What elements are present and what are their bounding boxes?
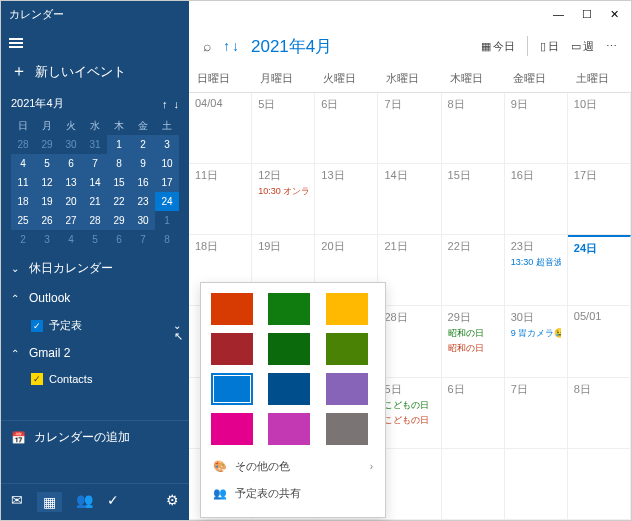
mini-day[interactable]: 7 <box>131 230 155 249</box>
color-swatch[interactable] <box>211 293 253 325</box>
today-button[interactable]: ▦今日 <box>477 37 519 56</box>
other-colors-button[interactable]: 🎨 その他の色 › <box>211 453 375 480</box>
mini-day[interactable]: 27 <box>59 211 83 230</box>
mini-day[interactable]: 22 <box>107 192 131 211</box>
calendar-icon[interactable]: ▦ <box>37 492 62 512</box>
calendar-cell[interactable]: 16日 <box>505 164 568 235</box>
mini-day[interactable]: 19 <box>35 192 59 211</box>
todo-icon[interactable]: ✓ <box>107 492 119 512</box>
color-swatch[interactable] <box>211 333 253 365</box>
mini-day[interactable]: 8 <box>107 154 131 173</box>
calendar-cell[interactable]: 29日昭和の日昭和の日 <box>442 306 505 377</box>
calendar-cell[interactable]: 8日 <box>442 93 505 164</box>
mini-day[interactable]: 28 <box>11 135 35 154</box>
close-button[interactable]: ✕ <box>610 8 619 21</box>
color-swatch[interactable] <box>326 333 368 365</box>
settings-icon[interactable]: ⚙ <box>166 492 179 512</box>
calendar-item-contacts[interactable]: ✓ Contacts <box>1 367 189 391</box>
mini-day[interactable]: 4 <box>59 230 83 249</box>
mini-next-button[interactable]: ↓ <box>174 98 180 110</box>
calendar-cell[interactable]: 7日 <box>378 93 441 164</box>
calendar-item-yotei[interactable]: ✓ 予定表 ⌄ ↖ <box>1 312 189 339</box>
color-swatch[interactable] <box>326 293 368 325</box>
mini-day[interactable]: 11 <box>11 173 35 192</box>
color-swatch[interactable] <box>211 373 253 405</box>
calendar-cell[interactable]: 12日10:30 オンライ <box>252 164 315 235</box>
mini-day[interactable]: 24 <box>155 192 179 211</box>
mini-day[interactable]: 7 <box>83 154 107 173</box>
mini-day[interactable]: 3 <box>35 230 59 249</box>
calendar-cell[interactable]: 10日 <box>568 93 631 164</box>
calendar-cell[interactable] <box>505 449 568 520</box>
calendar-cell[interactable]: 05/01 <box>568 306 631 377</box>
week-view-button[interactable]: ▭週 <box>567 37 598 56</box>
calendar-cell[interactable]: 9日 <box>505 93 568 164</box>
event[interactable]: 10:30 オンライ <box>258 185 308 198</box>
mini-day[interactable]: 8 <box>155 230 179 249</box>
calendar-cell[interactable]: 15日 <box>442 164 505 235</box>
event[interactable]: 9 胃カメラ😢 <box>511 327 561 340</box>
checkbox-icon[interactable]: ✓ <box>31 320 43 332</box>
mini-day[interactable]: 21 <box>83 192 107 211</box>
calendar-cell[interactable]: 5日 <box>252 93 315 164</box>
color-swatch[interactable] <box>268 333 310 365</box>
calendar-cell[interactable] <box>378 449 441 520</box>
checkbox-icon[interactable]: ✓ <box>31 373 43 385</box>
calendar-cell[interactable]: 28日 <box>378 306 441 377</box>
calendar-cell[interactable]: 13日 <box>315 164 378 235</box>
calendar-cell[interactable]: 22日 <box>442 235 505 306</box>
mini-day[interactable]: 26 <box>35 211 59 230</box>
mini-day[interactable]: 1 <box>155 211 179 230</box>
mini-day[interactable]: 30 <box>131 211 155 230</box>
mini-day[interactable]: 30 <box>59 135 83 154</box>
calendar-cell[interactable] <box>568 449 631 520</box>
mini-day[interactable]: 6 <box>59 154 83 173</box>
event[interactable]: 昭和の日 <box>448 342 498 355</box>
mini-day[interactable]: 4 <box>11 154 35 173</box>
more-button[interactable]: ⋯ <box>602 38 621 55</box>
event[interactable]: こどもの日 <box>384 414 434 427</box>
color-swatch[interactable] <box>326 373 368 405</box>
calendar-cell[interactable]: 6日 <box>315 93 378 164</box>
outlook-section[interactable]: ⌃ Outlook <box>1 284 189 312</box>
mini-day[interactable]: 13 <box>59 173 83 192</box>
mini-day[interactable]: 14 <box>83 173 107 192</box>
people-icon[interactable]: 👥 <box>76 492 93 512</box>
day-view-button[interactable]: ▯日 <box>536 37 563 56</box>
mini-day[interactable]: 10 <box>155 154 179 173</box>
calendar-cell[interactable]: 21日 <box>378 235 441 306</box>
mini-day[interactable]: 16 <box>131 173 155 192</box>
mini-day[interactable]: 5 <box>35 154 59 173</box>
calendar-cell[interactable]: 14日 <box>378 164 441 235</box>
calendar-cell[interactable]: 24日 <box>568 235 631 306</box>
color-swatch[interactable] <box>326 413 368 445</box>
color-swatch[interactable] <box>268 413 310 445</box>
share-calendar-button[interactable]: 👥 予定表の共有 <box>211 480 375 507</box>
mini-day[interactable]: 2 <box>11 230 35 249</box>
mini-day[interactable]: 31 <box>83 135 107 154</box>
mini-day[interactable]: 2 <box>131 135 155 154</box>
event[interactable]: 昭和の日 <box>448 327 498 340</box>
add-calendar-button[interactable]: 📅 カレンダーの追加 <box>1 420 189 454</box>
mini-day[interactable]: 1 <box>107 135 131 154</box>
color-swatch[interactable] <box>268 293 310 325</box>
menu-button[interactable] <box>1 27 189 53</box>
mini-day[interactable]: 15 <box>107 173 131 192</box>
mini-day[interactable]: 3 <box>155 135 179 154</box>
mini-day[interactable]: 12 <box>35 173 59 192</box>
calendar-cell[interactable]: 8日 <box>568 378 631 449</box>
chevron-down-icon[interactable]: ⌄ <box>173 320 181 331</box>
mini-day[interactable]: 28 <box>83 211 107 230</box>
calendar-cell[interactable]: 17日 <box>568 164 631 235</box>
calendar-cell[interactable] <box>442 449 505 520</box>
mini-day[interactable]: 29 <box>35 135 59 154</box>
calendar-cell[interactable]: 30日9 胃カメラ😢 <box>505 306 568 377</box>
search-icon[interactable]: ⌕ <box>199 34 215 58</box>
calendar-cell[interactable]: 7日 <box>505 378 568 449</box>
mini-day[interactable]: 17 <box>155 173 179 192</box>
new-event-button[interactable]: ＋ 新しいイベント <box>1 53 189 90</box>
calendar-cell[interactable]: 6日 <box>442 378 505 449</box>
mini-prev-button[interactable]: ↑ <box>162 98 168 110</box>
mini-day[interactable]: 25 <box>11 211 35 230</box>
calendar-cell[interactable]: 11日 <box>189 164 252 235</box>
